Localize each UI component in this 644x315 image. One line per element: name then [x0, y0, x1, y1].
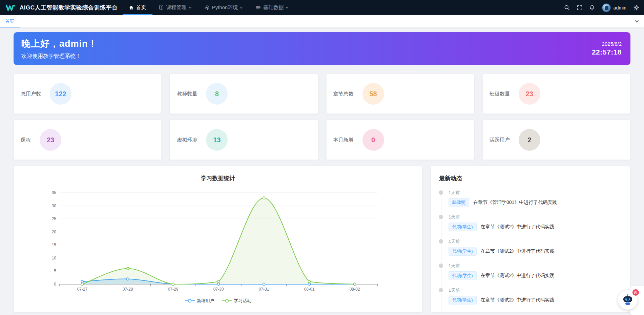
bell-icon[interactable]: [589, 5, 595, 10]
main-menu: 首页 课程管理 Python环境 基础数据: [123, 0, 295, 15]
y-tick-label: 20: [52, 230, 57, 234]
stat-label: 章节总数: [333, 91, 354, 97]
timeline-time: 2天前: [449, 312, 622, 312]
timeline-text: 在章节《测试2》中进行了代码实践: [481, 248, 555, 254]
stat-label: 活跃用户: [490, 137, 510, 143]
user-tag[interactable]: 代萌(学生): [449, 247, 477, 256]
stat-value-circle: 13: [206, 129, 228, 151]
chart-legend: 新增用户 学习活动: [14, 298, 422, 304]
timeline-text: 在章节《测试2》中进行了代码实践: [481, 224, 555, 230]
stat-value-circle: 122: [50, 83, 71, 105]
main-content: 晚上好，admin！ 欢迎使用教学管理系统！ 2025/8/2 22:57:18…: [0, 27, 644, 312]
menu-label: 课程管理: [166, 4, 187, 11]
chevron-down-icon: [189, 6, 192, 9]
stat-value: 122: [55, 90, 66, 98]
legend-item-新增用户[interactable]: 新增用户: [185, 298, 214, 304]
ai-assistant-button[interactable]: AI: [618, 290, 638, 310]
stat-label: 总用户数: [21, 91, 41, 97]
tab-label: 首页: [5, 18, 14, 24]
username: admin: [614, 5, 626, 10]
y-tick-label: 10: [52, 256, 57, 260]
stat-card: 章节总数 58: [326, 74, 474, 114]
timeline-item: 1天前 代萌(学生) 在章节《测试2》中进行了代码实践: [437, 214, 622, 231]
stat-label: 教师数量: [177, 91, 197, 97]
timeline-time: 1天前: [449, 214, 622, 220]
stat-card: 活跃用户 2: [482, 120, 630, 160]
app-root: AIGC人工智能教学实验综合训练平台 首页 课程管理 Python环境 基础数据…: [0, 0, 644, 315]
timeline-item: 1天前 代萌(学生) 在章节《测试2》中进行了代码实践: [437, 238, 622, 256]
book-icon: [159, 5, 164, 10]
stats-grid: 总用户数 122 教师数量 8 章节总数 58 班级数量 23 课程 23 虚拟…: [14, 74, 630, 160]
sliders-icon: [255, 5, 261, 10]
stat-label: 班级数量: [490, 91, 510, 97]
stat-label: 本月新增: [333, 137, 354, 143]
timeline-time: 1天前: [449, 263, 622, 269]
timeline-dot: [439, 190, 443, 195]
settings-gear-icon[interactable]: [633, 5, 639, 10]
timeline-item: 2天前 代萌(学生) 在章节《测试2》中进行了代码实践: [437, 312, 622, 312]
stat-value-circle: 8: [206, 83, 228, 105]
stat-value-circle: 58: [362, 83, 384, 105]
x-tick-label: 07-31: [259, 287, 269, 292]
legend-marker: [185, 299, 195, 303]
data-point-1[interactable]: [81, 283, 83, 285]
data-point-1[interactable]: [353, 283, 356, 285]
legend-item-学习活动[interactable]: 学习活动: [222, 298, 252, 304]
menu-item-课程管理[interactable]: 课程管理: [152, 0, 198, 15]
y-tick-label: 25: [52, 216, 57, 221]
stat-value: 2: [527, 136, 531, 144]
search-icon[interactable]: [564, 5, 570, 10]
current-date: 2025/8/2: [592, 41, 622, 47]
tabs-collapse-chevron-icon[interactable]: [630, 15, 644, 27]
timeline-row: 鄢津明 在章节《管理学001》中进行了代码实践: [449, 198, 622, 207]
timeline-dot: [439, 215, 443, 219]
user-tag[interactable]: 代萌(学生): [449, 296, 477, 304]
stat-value-circle: 23: [40, 129, 61, 151]
greeting-title: 晚上好，admin！: [21, 38, 98, 50]
tab-bar: 首页: [0, 15, 644, 27]
data-point-1[interactable]: [217, 280, 220, 283]
home-icon: [129, 5, 134, 10]
timeline-row: 代萌(学生) 在章节《测试2》中进行了代码实践: [449, 271, 622, 280]
stat-value: 23: [47, 136, 54, 144]
menu-item-Python环境[interactable]: Python环境: [198, 0, 250, 15]
legend-label: 学习活动: [234, 298, 252, 304]
data-point-1[interactable]: [263, 197, 265, 199]
timeline-item: 1天前 代萌(学生) 在章节《测试2》中进行了代码实践: [437, 287, 622, 304]
stat-card: 本月新增 0: [326, 120, 474, 160]
timeline-row: 代萌(学生) 在章节《测试2》中进行了代码实践: [449, 296, 622, 304]
menu-label: 基础数据: [263, 4, 284, 11]
recent-activity-card: 最新动态 1天前 鄢津明 在章节《管理学001》中进行了代码实践 1天前 代萌(…: [431, 166, 630, 312]
tab-home[interactable]: 首页: [0, 15, 20, 27]
brand: AIGC人工智能教学实验综合训练平台: [5, 0, 118, 15]
menu-item-首页[interactable]: 首页: [123, 0, 152, 15]
chevron-down-icon: [286, 6, 289, 9]
stat-label: 课程: [21, 137, 31, 143]
user-menu[interactable]: admin: [602, 3, 626, 12]
data-point-1[interactable]: [308, 280, 310, 283]
user-tag[interactable]: 代萌(学生): [449, 223, 477, 231]
data-point-0[interactable]: [81, 280, 83, 283]
y-tick-label: 5: [54, 269, 56, 273]
x-tick-label: 07-30: [213, 287, 224, 292]
timeline-row: 代萌(学生) 在章节《测试2》中进行了代码实践: [449, 247, 622, 256]
user-tag[interactable]: 鄢津明: [449, 198, 469, 207]
top-navbar: AIGC人工智能教学实验综合训练平台 首页 课程管理 Python环境 基础数据…: [0, 0, 644, 15]
data-point-1[interactable]: [126, 267, 129, 270]
navbar-actions: admin: [564, 0, 639, 15]
banner-clock: 2025/8/2 22:57:18: [592, 41, 622, 56]
stat-value: 8: [215, 90, 219, 98]
current-time: 22:57:18: [592, 48, 622, 56]
greeting-subtitle: 欢迎使用教学管理系统！: [21, 53, 98, 60]
bottom-row: 学习数据统计 0510152025303507-2707-2807-2907-3…: [14, 166, 630, 312]
data-point-1[interactable]: [172, 283, 174, 285]
legend-marker: [222, 299, 232, 303]
app-title: AIGC人工智能教学实验综合训练平台: [20, 4, 118, 12]
y-tick-label: 15: [52, 243, 57, 247]
timeline-text: 在章节《测试2》中进行了代码实践: [481, 273, 555, 279]
user-tag[interactable]: 代萌(学生): [449, 271, 477, 280]
avatar: [602, 3, 611, 12]
recent-activity-title: 最新动态: [437, 174, 622, 182]
menu-item-基础数据[interactable]: 基础数据: [249, 0, 295, 15]
fullscreen-icon[interactable]: [577, 5, 582, 10]
